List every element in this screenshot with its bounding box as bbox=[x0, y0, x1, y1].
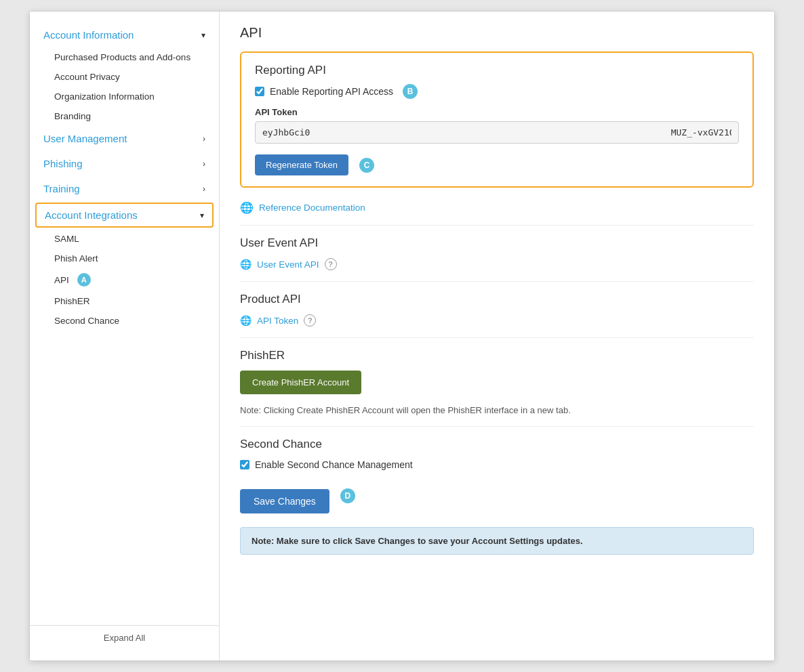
second-chance-label: Enable Second Chance Management bbox=[255, 459, 413, 470]
chevron-right-icon: › bbox=[203, 134, 205, 144]
sidebar-label-phishing: Phishing bbox=[43, 158, 83, 169]
save-changes-button[interactable]: Save Changes bbox=[240, 489, 329, 513]
product-api-row: 🌐 API Token ? bbox=[240, 314, 754, 327]
user-event-api-row: 🌐 User Event API ? bbox=[240, 258, 754, 270]
sidebar-label-user-management: User Management bbox=[43, 133, 127, 144]
second-chance-checkbox-row: Enable Second Chance Management bbox=[240, 459, 754, 470]
divider-2 bbox=[240, 281, 754, 282]
chevron-down-icon: ▾ bbox=[201, 30, 205, 40]
ref-doc-label: Reference Documentation bbox=[259, 203, 365, 213]
product-api-section: Product API 🌐 API Token ? bbox=[240, 293, 754, 327]
chevron-down-icon-integrations: ▾ bbox=[200, 211, 204, 220]
phisher-title: PhishER bbox=[240, 349, 754, 362]
phisher-note: Note: Clicking Create PhishER Account wi… bbox=[240, 405, 754, 415]
badge-a: A bbox=[77, 273, 91, 287]
user-event-api-section: User Event API 🌐 User Event API ? bbox=[240, 236, 754, 270]
enable-reporting-api-label: Enable Reporting API Access bbox=[270, 86, 393, 97]
divider-4 bbox=[240, 426, 754, 427]
bottom-note-text: Note: Make sure to click Save Changes to… bbox=[252, 536, 583, 546]
sidebar-sub-items-integrations: SAML Phish Alert API A PhishER Second Ch… bbox=[30, 229, 219, 331]
divider-1 bbox=[240, 225, 754, 226]
sidebar-sub-account-privacy[interactable]: Account Privacy bbox=[30, 67, 219, 87]
sidebar-item-phishing[interactable]: Phishing › bbox=[30, 151, 219, 176]
expand-all-button[interactable]: Expand All bbox=[30, 625, 219, 650]
regenerate-token-button[interactable]: Regenerate Token bbox=[255, 154, 348, 175]
sidebar-sub-phisher[interactable]: PhishER bbox=[30, 291, 219, 311]
chevron-right-icon-phishing: › bbox=[203, 159, 205, 169]
sidebar-sub-branding[interactable]: Branding bbox=[30, 106, 219, 126]
globe-icon-user-event: 🌐 bbox=[240, 259, 252, 270]
reference-documentation-link[interactable]: 🌐 Reference Documentation bbox=[240, 201, 754, 214]
reporting-api-box: Reporting API Enable Reporting API Acces… bbox=[240, 51, 754, 188]
sidebar-item-user-management[interactable]: User Management › bbox=[30, 126, 219, 151]
sidebar-sub-phish-alert[interactable]: Phish Alert bbox=[30, 249, 219, 268]
sidebar-item-account-information[interactable]: Account Information ▾ bbox=[30, 22, 219, 47]
globe-icon-product-api: 🌐 bbox=[240, 315, 252, 326]
user-event-api-title: User Event API bbox=[240, 236, 754, 250]
api-token-input[interactable] bbox=[255, 121, 739, 144]
product-api-link[interactable]: API Token bbox=[257, 316, 298, 326]
globe-icon: 🌐 bbox=[240, 201, 254, 214]
save-row: Save Changes D bbox=[240, 478, 754, 513]
chevron-right-icon-training: › bbox=[203, 184, 205, 194]
api-token-field-wrapper bbox=[255, 121, 739, 152]
sidebar-sub-purchased-products[interactable]: Purchased Products and Add-ons bbox=[30, 47, 219, 67]
enable-reporting-api-row: Enable Reporting API Access B bbox=[255, 84, 739, 99]
second-chance-checkbox[interactable] bbox=[240, 460, 249, 469]
sidebar-item-training[interactable]: Training › bbox=[30, 176, 219, 201]
badge-b: B bbox=[403, 84, 418, 99]
sidebar-item-account-integrations[interactable]: Account Integrations ▾ bbox=[35, 203, 214, 228]
sidebar-label-account-integrations: Account Integrations bbox=[45, 209, 138, 221]
badge-d: D bbox=[340, 488, 355, 503]
bottom-note: Note: Make sure to click Save Changes to… bbox=[240, 527, 754, 555]
sidebar-sub-org-info[interactable]: Organization Information bbox=[30, 87, 219, 106]
main-content: API Reporting API Enable Reporting API A… bbox=[220, 12, 774, 660]
sidebar-sub-second-chance[interactable]: Second Chance bbox=[30, 311, 219, 331]
sidebar-label-training: Training bbox=[43, 183, 80, 194]
product-api-title: Product API bbox=[240, 293, 754, 306]
sidebar-sub-api[interactable]: API A bbox=[30, 268, 219, 291]
help-icon-user-event[interactable]: ? bbox=[325, 258, 337, 270]
sidebar-label-account-information: Account Information bbox=[43, 29, 134, 41]
second-chance-title: Second Chance bbox=[240, 438, 754, 451]
reporting-api-title: Reporting API bbox=[255, 64, 739, 77]
create-phisher-account-button[interactable]: Create PhishER Account bbox=[240, 371, 361, 394]
sidebar-sub-saml[interactable]: SAML bbox=[30, 229, 219, 249]
phisher-section: PhishER Create PhishER Account Note: Cli… bbox=[240, 349, 754, 415]
second-chance-section: Second Chance Enable Second Chance Manag… bbox=[240, 438, 754, 470]
help-icon-product-api[interactable]: ? bbox=[304, 314, 316, 327]
sidebar: Account Information ▾ Purchased Products… bbox=[30, 12, 220, 660]
sidebar-sub-items-account-information: Purchased Products and Add-ons Account P… bbox=[30, 47, 219, 126]
divider-3 bbox=[240, 337, 754, 338]
user-event-api-link[interactable]: User Event API bbox=[257, 259, 319, 270]
page-title: API bbox=[240, 25, 754, 41]
badge-c: C bbox=[359, 158, 374, 173]
api-token-label: API Token bbox=[255, 107, 739, 117]
enable-reporting-api-checkbox[interactable] bbox=[255, 87, 264, 96]
regenerate-row: Regenerate Token C bbox=[255, 154, 739, 175]
